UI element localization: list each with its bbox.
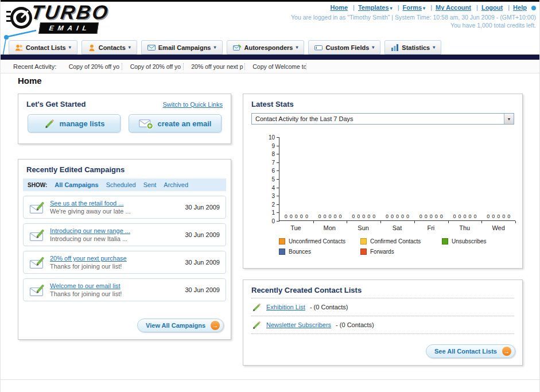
bar-value-label: 0 (285, 214, 288, 219)
contact-icon (88, 44, 96, 52)
y-axis-tick (277, 212, 279, 213)
y-axis-tick (277, 162, 279, 163)
recent-activity-item[interactable]: Copy of 20% off yo (127, 63, 184, 70)
manage-lists-button[interactable]: manage lists (28, 114, 121, 133)
y-axis-label: 8 (265, 151, 275, 157)
contact-lists-icon (15, 44, 23, 52)
tab-statistics[interactable]: Statistics ▾ (384, 40, 441, 55)
chart-bar-group: 00000 (448, 137, 482, 220)
legend-item: Unconfirmed Contacts (279, 238, 360, 244)
switch-quick-links-link[interactable]: Switch to Quick Links (162, 101, 223, 108)
legend-swatch (360, 238, 367, 244)
chevron-down-icon: ▾ (433, 45, 435, 50)
bar-value-label: 0 (300, 214, 303, 219)
recent-campaigns-panel: Recently Edited Campaigns SHOW: All Camp… (18, 159, 231, 340)
tab-contacts[interactable]: Contacts ▾ (81, 40, 137, 55)
chevron-down-icon: ▾ (390, 6, 393, 11)
recent-activity-item[interactable]: 20% off your next p (188, 63, 245, 70)
filter-archived[interactable]: Archived (164, 181, 188, 188)
bar-value-label: 0 (401, 214, 404, 219)
campaign-row[interactable]: Introducing our new range ... Introducin… (23, 223, 226, 246)
top-nav-forms[interactable]: Forms (402, 4, 422, 11)
stats-panel-title: Latest Stats (251, 100, 294, 108)
legend-label: Bounces (289, 249, 311, 255)
tab-contact-lists[interactable]: Contact Lists ▾ (9, 40, 77, 55)
logo-word-email: EMAIL (38, 22, 99, 34)
bar-value-label: 0 (339, 214, 342, 219)
get-started-title: Let's Get Started (26, 100, 86, 108)
campaign-row[interactable]: Welcome to our email list Thanks for joi… (23, 278, 226, 301)
envelope-pencil-icon (29, 228, 44, 241)
recent-activity-item[interactable]: Copy of 20% off yo (65, 63, 122, 70)
x-axis-label: Sat (380, 224, 414, 231)
legend-item: Unsubscribes (442, 238, 523, 244)
top-nav-logout[interactable]: Logout (481, 4, 503, 11)
chevron-down-icon: ▾ (296, 45, 298, 50)
campaign-row[interactable]: 20% off your next purchase Thanks for jo… (23, 251, 226, 274)
legend-item: Confirmed Contacts (360, 238, 442, 244)
bar-value-label: 0 (305, 214, 308, 219)
bar-value-label: 0 (324, 214, 327, 219)
bar-value-label: 0 (492, 214, 495, 219)
campaign-title-link[interactable]: Welcome to our email list (50, 282, 179, 289)
view-all-campaigns-button[interactable]: View All Campaigns → (137, 319, 224, 332)
chevron-down-icon: ▾ (129, 45, 131, 50)
tab-autoresponders[interactable]: Autoresponders ▾ (227, 40, 305, 55)
contact-list-row[interactable]: Newsletter Subscribers - (0 Contacts) (251, 316, 514, 334)
arrow-right-icon: → (211, 321, 220, 330)
help-indicator-dot (531, 6, 536, 10)
tab-custom-fields[interactable]: Custom Fields ▾ (308, 40, 380, 55)
latest-stats-panel: Latest Stats Contact Activity for the La… (243, 94, 523, 269)
campaign-title-link[interactable]: Introducing our new range ... (50, 227, 179, 234)
bar-value-label: 0 (487, 214, 490, 219)
bar-value-label: 0 (367, 214, 370, 219)
envelope-pencil-icon (29, 284, 44, 296)
y-axis-label: 6 (265, 168, 275, 174)
campaign-date: 30 Jun 2009 (185, 259, 220, 266)
bar-value-label: 0 (396, 214, 399, 219)
chevron-down-icon: ▾ (69, 45, 71, 50)
chart-bar-group: 00000 (279, 137, 313, 220)
filter-scheduled[interactable]: Scheduled (106, 181, 136, 188)
bar-value-label: 0 (318, 214, 321, 219)
x-axis-label: Thu (448, 224, 481, 231)
contact-list-count: - (0 Contacts) (336, 321, 374, 328)
y-axis-label: 5 (265, 176, 275, 183)
filter-all-campaigns[interactable]: All Campaigns (55, 181, 98, 188)
stats-period-select[interactable]: Contact Activity for the Last 7 Days ▼ (251, 113, 514, 125)
campaign-list: See us at the retail food ... We're givi… (18, 196, 231, 301)
bar-value-label: 0 (362, 214, 365, 219)
filter-sent[interactable]: Sent (143, 181, 157, 188)
bar-value-label: 0 (386, 214, 389, 219)
campaign-row[interactable]: See us at the retail food ... We're givi… (23, 196, 226, 219)
tab-label: Contacts (99, 44, 126, 51)
legend-label: Unsubscribes (452, 238, 487, 244)
top-nav-my-account[interactable]: My Account (436, 4, 471, 11)
contact-list-count: - (0 Contacts) (310, 304, 348, 311)
contact-list-link[interactable]: Newsletter Subscribers (266, 321, 331, 328)
bar-value-label: 0 (372, 214, 375, 219)
campaign-title-link[interactable]: 20% off your next purchase (50, 255, 179, 262)
tab-email-campaigns[interactable]: Email Campaigns ▾ (141, 40, 223, 55)
top-nav-templates[interactable]: Templates (358, 4, 389, 11)
tab-label: Custom Fields (325, 44, 369, 51)
y-axis-label: 3 (265, 193, 275, 199)
envelope-pencil-icon (29, 201, 44, 214)
bar-value-label: 0 (295, 214, 298, 219)
bar-value-label: 0 (458, 214, 461, 219)
bar-value-label: 0 (425, 214, 428, 219)
y-axis-tick (277, 154, 279, 154)
custom-fields-icon (314, 44, 323, 52)
see-all-contact-lists-button[interactable]: See All Contact Lists → (426, 344, 515, 358)
top-nav-home[interactable]: Home (330, 4, 348, 11)
contact-list-link[interactable]: Exhibition List (266, 304, 305, 311)
campaign-title-link[interactable]: See us at the retail food ... (50, 200, 179, 207)
bar-value-label: 0 (453, 214, 456, 219)
create-email-button[interactable]: create an email (129, 114, 222, 133)
top-nav-help[interactable]: Help (513, 4, 527, 11)
recent-activity-item[interactable]: Copy of Welcome to (250, 63, 306, 70)
contact-list-row[interactable]: Exhibition List - (0 Contacts) (251, 298, 514, 316)
bar-value-label: 0 (468, 214, 471, 219)
statistics-icon (391, 44, 399, 52)
chevron-down-icon: ▾ (213, 45, 216, 50)
